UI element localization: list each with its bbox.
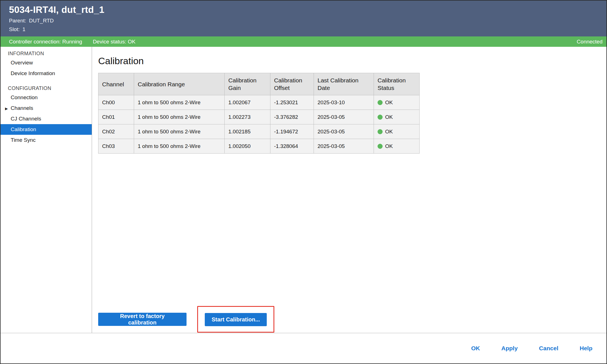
action-buttons: Revert to factory calibration Start Cali…: [98, 306, 274, 333]
sidebar-section-configuration: CONFIGURATION: [1, 84, 92, 92]
status-text: OK: [385, 113, 393, 121]
cell-status: OK: [374, 95, 420, 110]
calibration-table: Channel Calibration Range Calibration Ga…: [98, 73, 420, 154]
sidebar-item-label: Calibration: [11, 126, 36, 132]
cell-status: OK: [374, 110, 420, 124]
col-header-calibration-status: Calibration Status: [374, 73, 420, 95]
status-ok-icon: [378, 144, 383, 149]
table-row[interactable]: Ch00 1 ohm to 500 ohms 2-Wire 1.002067 -…: [98, 95, 420, 110]
col-header-calibration-gain: Calibration Gain: [225, 73, 270, 95]
sidebar-item-label: CJ Channels: [11, 116, 41, 122]
status-text: OK: [385, 99, 393, 106]
cell-gain: 1.002050: [225, 139, 270, 154]
cell-status: OK: [374, 124, 420, 139]
cell-offset: -1.328064: [270, 139, 314, 154]
status-ok-icon: [378, 129, 383, 134]
sidebar-item-label: Time Sync: [11, 137, 36, 143]
cell-offset: -3.376282: [270, 110, 314, 124]
sidebar-item-label: Channels: [11, 105, 33, 111]
cell-range: 1 ohm to 500 ohms 2-Wire: [134, 110, 225, 124]
titlebar: 5034-IRT4I, dut_rtd_1 Parent:DUT_RTD Slo…: [1, 1, 606, 36]
sidebar-section-information: INFORMATION: [1, 50, 92, 57]
parent-label: Parent:: [9, 18, 26, 24]
page-title: 5034-IRT4I, dut_rtd_1: [9, 4, 606, 15]
sidebar-item-label: Device Information: [11, 70, 55, 76]
status-ok-icon: [378, 100, 383, 105]
col-header-calibration-range: Calibration Range: [134, 73, 225, 95]
footer: OK Apply Cancel Help: [1, 333, 606, 363]
cell-gain: 1.002067: [225, 95, 270, 110]
status-ok-icon: [378, 115, 383, 120]
sidebar-item-label: Connection: [11, 94, 38, 100]
cell-offset: -1.194672: [270, 124, 314, 139]
sidebar-item-calibration[interactable]: Calibration: [1, 124, 92, 135]
cell-channel: Ch00: [98, 95, 134, 110]
device-status: Device status: OK: [93, 39, 135, 45]
sidebar-item-channels[interactable]: ▶ Channels: [1, 103, 92, 113]
sidebar: INFORMATION Overview Device Information …: [1, 47, 92, 333]
col-header-calibration-offset: Calibration Offset: [270, 73, 314, 95]
cell-range: 1 ohm to 500 ohms 2-Wire: [134, 95, 225, 110]
parent-info: Parent:DUT_RTD: [9, 18, 606, 24]
sidebar-item-device-information[interactable]: Device Information: [1, 68, 92, 79]
cell-status: OK: [374, 139, 420, 154]
main-panel: Calibration Channel Calibration Range Ca…: [92, 47, 606, 333]
content-area: INFORMATION Overview Device Information …: [1, 47, 606, 333]
sidebar-item-overview[interactable]: Overview: [1, 57, 92, 68]
cell-offset: -1.253021: [270, 95, 314, 110]
status-text: OK: [385, 128, 393, 135]
page-heading: Calibration: [98, 55, 606, 66]
cancel-button[interactable]: Cancel: [539, 345, 558, 352]
cell-range: 1 ohm to 500 ohms 2-Wire: [134, 124, 225, 139]
slot-value: 1: [22, 26, 26, 32]
device-config-window: 5034-IRT4I, dut_rtd_1 Parent:DUT_RTD Slo…: [0, 0, 607, 364]
slot-label: Slot:: [9, 26, 20, 32]
table-header-row: Channel Calibration Range Calibration Ga…: [98, 73, 420, 95]
revert-factory-calibration-button[interactable]: Revert to factory calibration: [98, 313, 187, 326]
sidebar-item-time-sync[interactable]: Time Sync: [1, 135, 92, 145]
start-calibration-button[interactable]: Start Calibration...: [205, 313, 267, 326]
expand-arrow-icon[interactable]: ▶: [5, 106, 8, 112]
col-header-channel: Channel: [98, 73, 134, 95]
annotation-highlight-box: Start Calibration...: [197, 306, 274, 333]
cell-channel: Ch03: [98, 139, 134, 154]
col-header-last-calibration-date: Last Calibration Date: [314, 73, 374, 95]
cell-gain: 1.002273: [225, 110, 270, 124]
help-button[interactable]: Help: [580, 345, 592, 352]
sidebar-item-cj-channels[interactable]: CJ Channels: [1, 113, 92, 124]
cell-date: 2025-03-05: [314, 110, 374, 124]
cell-date: 2025-03-10: [314, 95, 374, 110]
sidebar-item-label: Overview: [11, 60, 33, 66]
controller-connection-status: Controller connection: Running: [9, 39, 82, 45]
cell-channel: Ch01: [98, 110, 134, 124]
sidebar-item-connection[interactable]: Connection: [1, 92, 92, 103]
table-row[interactable]: Ch03 1 ohm to 500 ohms 2-Wire 1.002050 -…: [98, 139, 420, 154]
parent-value: DUT_RTD: [29, 18, 54, 24]
cell-gain: 1.002185: [225, 124, 270, 139]
cell-channel: Ch02: [98, 124, 134, 139]
cell-date: 2025-03-05: [314, 139, 374, 154]
table-row[interactable]: Ch02 1 ohm to 500 ohms 2-Wire 1.002185 -…: [98, 124, 420, 139]
apply-button[interactable]: Apply: [501, 345, 518, 352]
table-row[interactable]: Ch01 1 ohm to 500 ohms 2-Wire 1.002273 -…: [98, 110, 420, 124]
connection-state: Connected: [577, 39, 603, 45]
status-bar: Controller connection: Running Device st…: [1, 36, 606, 47]
cell-range: 1 ohm to 500 ohms 2-Wire: [134, 139, 225, 154]
ok-button[interactable]: OK: [471, 345, 480, 352]
cell-date: 2025-03-05: [314, 124, 374, 139]
status-text: OK: [385, 142, 393, 150]
slot-info: Slot:1: [9, 26, 606, 33]
